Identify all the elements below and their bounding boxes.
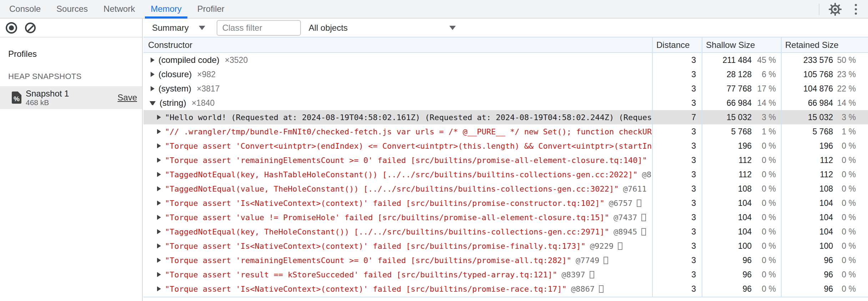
disclosure-triangle-icon[interactable] xyxy=(157,129,161,134)
retained-size-cell: 112 0 % xyxy=(781,167,868,182)
shallow-size-percent: 0 % xyxy=(752,284,776,294)
constructor-cell: "Torque assert 'Is<NativeContext>(contex… xyxy=(143,282,652,296)
heap-snapshots-section-label: HEAP SNAPSHOTS xyxy=(8,72,142,81)
class-filter-input[interactable] xyxy=(217,20,301,36)
retained-size-cell: 112 0 % xyxy=(781,153,868,167)
snapshot-list-item[interactable]: % Snapshot 1 468 kB Save xyxy=(0,86,142,109)
more-options-kebab-icon[interactable] xyxy=(849,1,863,17)
record-heap-snapshot-icon[interactable] xyxy=(6,22,17,34)
column-header-shallow-size[interactable]: Shallow Size xyxy=(702,38,781,52)
clear-profiles-icon[interactable] xyxy=(25,23,36,33)
retained-size-percent: 0 % xyxy=(833,256,856,265)
retained-size-percent: 0 % xyxy=(833,241,856,251)
disclosure-triangle-icon[interactable] xyxy=(151,72,155,77)
distance-cell: 3 xyxy=(652,139,702,153)
tab-memory[interactable]: Memory xyxy=(143,0,190,18)
disclosure-triangle-icon[interactable] xyxy=(157,172,161,177)
shallow-size-value: 15 032 xyxy=(702,113,752,122)
column-header-retained-size[interactable]: Retained Size xyxy=(781,38,868,52)
disclosure-triangle-icon[interactable] xyxy=(157,186,161,191)
table-row[interactable]: "TaggedNotEqual(key, TheHoleConstant()) … xyxy=(143,224,868,239)
disclosure-triangle-icon[interactable] xyxy=(157,229,161,234)
settings-gear-icon[interactable] xyxy=(827,1,843,17)
disclosure-triangle-icon[interactable] xyxy=(157,272,161,277)
devtools-tab-bar: Console Sources Network Memory Profiler xyxy=(0,0,868,19)
disclosure-triangle-icon[interactable] xyxy=(157,215,161,220)
heap-snapshot-panel: Summary All objects Constructor Distance… xyxy=(143,19,868,301)
distance-cell: 3 xyxy=(652,224,702,239)
constructor-cell: "Torque assert 'Is<NativeContext>(contex… xyxy=(143,196,652,210)
retained-size-percent: 3 % xyxy=(833,113,856,122)
table-row[interactable]: "Torque assert 'Convert<uintptr>(endInde… xyxy=(143,139,868,153)
constructor-name: (string) xyxy=(160,98,186,108)
table-row[interactable]: (compiled code) ×3520 3 211 484 45 % 233… xyxy=(143,53,868,67)
distance-cell: 7 xyxy=(652,110,702,124)
tab-profiler[interactable]: Profiler xyxy=(190,0,232,18)
view-mode-value: Summary xyxy=(152,23,189,33)
table-row[interactable]: (system) ×3817 3 77 768 17 % 104 876 22 … xyxy=(143,82,868,96)
object-id: @7437 xyxy=(614,213,637,222)
constructor-name: "Torque assert 'Convert<uintptr>(endInde… xyxy=(165,142,652,150)
shallow-size-cell: 112 0 % xyxy=(702,153,781,167)
tab-network[interactable]: Network xyxy=(96,0,143,18)
shallow-size-cell: 211 484 45 % xyxy=(702,53,781,67)
table-row[interactable]: "Torque assert 'Is<NativeContext>(contex… xyxy=(143,196,868,210)
shallow-size-percent: 17 % xyxy=(752,84,776,94)
constructor-cell: "TaggedNotEqual(value, TheHoleConstant()… xyxy=(143,182,652,196)
shallow-size-cell: 28 128 6 % xyxy=(702,67,781,82)
table-row[interactable]: "TaggedNotEqual(value, TheHoleConstant()… xyxy=(143,182,868,196)
table-row[interactable]: "Torque assert 'remainingElementsCount >… xyxy=(143,253,868,267)
disclosure-triangle-icon[interactable] xyxy=(151,86,155,91)
shallow-size-percent: 0 % xyxy=(752,156,776,165)
distance-cell: 3 xyxy=(652,267,702,282)
tab-sources[interactable]: Sources xyxy=(49,0,96,18)
table-row[interactable]: "Torque assert 'remainingElementsCount >… xyxy=(143,153,868,167)
view-mode-select[interactable]: Summary xyxy=(152,23,205,33)
disclosure-triangle-icon[interactable] xyxy=(157,201,161,206)
table-row[interactable]: "Hello world! (Requested at: 2024-08-19T… xyxy=(143,110,868,124)
retained-size-percent: 0 % xyxy=(833,156,856,165)
column-header-distance[interactable]: Distance xyxy=(652,38,702,52)
disclosure-triangle-icon[interactable] xyxy=(151,58,155,63)
table-row[interactable]: (closure) ×982 3 28 128 6 % 105 768 23 % xyxy=(143,67,868,82)
unknown-glyph-box-icon xyxy=(618,242,622,250)
retained-size-value: 105 768 xyxy=(781,70,833,79)
column-divider[interactable] xyxy=(702,38,702,297)
disclosure-triangle-icon[interactable] xyxy=(157,258,161,263)
table-row[interactable]: "// .wrangler/tmp/bundle-FmNIt0/checked-… xyxy=(143,124,868,139)
object-scope-select[interactable]: All objects xyxy=(309,23,456,33)
retained-size-value: 100 xyxy=(781,241,833,251)
tab-console[interactable]: Console xyxy=(1,0,49,18)
object-id: @8945 xyxy=(614,227,637,236)
table-row[interactable]: "Torque assert 'value != PromiseHole' fa… xyxy=(143,210,868,224)
retained-size-cell: 104 0 % xyxy=(781,224,868,239)
object-id: @7749 xyxy=(576,256,599,265)
column-header-constructor[interactable]: Constructor xyxy=(143,38,652,52)
disclosure-triangle-icon[interactable] xyxy=(157,115,161,120)
distance-cell: 3 xyxy=(652,67,702,82)
constructor-name: (compiled code) xyxy=(158,55,219,65)
table-row[interactable]: "Torque assert 'result == kStoreSucceded… xyxy=(143,267,868,282)
disclosure-triangle-icon[interactable] xyxy=(157,158,161,163)
table-row[interactable]: (string) ×1840 3 66 984 14 % 66 984 14 % xyxy=(143,96,868,110)
retained-size-cell: 104 0 % xyxy=(781,196,868,210)
save-snapshot-link[interactable]: Save xyxy=(117,93,137,103)
distance-cell: 3 xyxy=(652,182,702,196)
chevron-down-icon xyxy=(199,26,205,30)
shallow-size-value: 96 xyxy=(702,256,752,265)
disclosure-triangle-icon[interactable] xyxy=(157,286,161,291)
shallow-size-cell: 196 0 % xyxy=(702,139,781,153)
column-divider[interactable] xyxy=(652,38,653,297)
retained-size-cell: 196 0 % xyxy=(781,139,868,153)
object-id: @9229 xyxy=(590,242,614,251)
shallow-size-value: 96 xyxy=(702,270,752,280)
retained-size-percent: 0 % xyxy=(833,284,856,294)
disclosure-triangle-icon[interactable] xyxy=(157,243,161,248)
retained-size-cell: 104 876 22 % xyxy=(781,82,868,96)
table-row[interactable]: "TaggedNotEqual(key, HashTableHoleConsta… xyxy=(143,167,868,182)
column-divider[interactable] xyxy=(781,38,782,297)
table-row[interactable]: "Torque assert 'Is<NativeContext>(contex… xyxy=(143,282,868,296)
table-row[interactable]: "Torque assert 'Is<NativeContext>(contex… xyxy=(143,239,868,253)
disclosure-triangle-icon[interactable] xyxy=(150,101,156,105)
disclosure-triangle-icon[interactable] xyxy=(157,143,161,148)
